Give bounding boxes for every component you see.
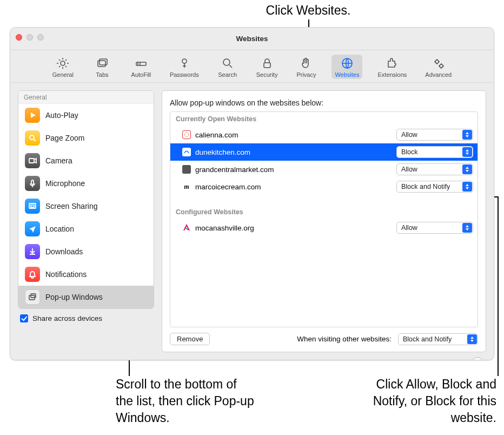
- callout-top: Click Websites.: [238, 2, 379, 19]
- share-across-devices-checkbox[interactable]: Share across devices: [20, 314, 154, 322]
- website-name: calienna.com: [195, 131, 392, 139]
- sidebar-item-autoplay[interactable]: Auto-Play: [18, 104, 154, 127]
- svg-point-10: [30, 135, 34, 140]
- favicon-icon: [182, 223, 191, 232]
- help-button[interactable]: ?: [472, 357, 483, 360]
- sidebar-item-camera[interactable]: Camera: [18, 149, 154, 172]
- popup-value: Allow: [401, 224, 417, 232]
- toolbar-autofill[interactable]: AutoFill: [128, 55, 155, 79]
- svg-rect-12: [31, 180, 34, 184]
- website-row[interactable]: calienna.com Allow: [170, 126, 478, 143]
- sidebar-section-label: General: [18, 91, 154, 104]
- svg-point-0: [61, 61, 65, 65]
- chevron-updown-icon: [462, 182, 472, 192]
- gears-icon: [432, 57, 445, 70]
- chevron-updown-icon: [462, 164, 472, 174]
- sidebar-item-location[interactable]: Location: [18, 217, 154, 240]
- remove-button[interactable]: Remove: [170, 333, 210, 345]
- window-title: Websites: [236, 35, 268, 43]
- titlebar: Websites: [10, 28, 494, 50]
- popup-value: Allow: [401, 131, 417, 139]
- website-row[interactable]: grandcentralmarket.com Allow: [170, 161, 478, 178]
- bottom-bar: Remove When visiting other websites: Blo…: [170, 333, 478, 345]
- sidebar-item-label: Location: [45, 225, 74, 233]
- toolbar-websites[interactable]: Websites: [331, 55, 362, 79]
- svg-rect-11: [29, 159, 34, 163]
- permission-popup[interactable]: Block: [396, 146, 473, 158]
- sidebar-item-label: Pop-up Windows: [45, 293, 103, 301]
- globe-icon: [341, 57, 354, 70]
- sidebar-list[interactable]: Auto-Play Page Zoom Camera Microphone: [18, 104, 154, 308]
- download-icon: [25, 244, 40, 259]
- toolbar-label: Passwords: [170, 71, 199, 78]
- chevron-updown-icon: [462, 130, 472, 140]
- website-row[interactable]: m marcoicecream.com Block and Notify: [170, 178, 478, 195]
- zoom-icon: [25, 130, 40, 146]
- toolbar-advanced[interactable]: Advanced: [422, 55, 455, 79]
- svg-point-17: [184, 133, 189, 137]
- sidebar-item-downloads[interactable]: Downloads: [18, 240, 154, 263]
- toolbar-label: Websites: [335, 71, 359, 78]
- website-name: marcoicecream.com: [195, 183, 392, 191]
- location-icon: [25, 221, 40, 236]
- website-row[interactable]: mocanashville.org Allow: [170, 219, 478, 236]
- camera-icon: [25, 153, 40, 168]
- website-row[interactable]: dunekitchen.com Block: [170, 143, 478, 161]
- chevron-updown-icon: [462, 223, 472, 233]
- hand-icon: [300, 57, 313, 70]
- toolbar-label: AutoFill: [131, 71, 151, 78]
- sidebar-item-label: Notifications: [45, 270, 87, 279]
- toolbar-label: Extensions: [377, 71, 407, 78]
- toolbar-tabs[interactable]: Tabs: [89, 55, 116, 79]
- permission-popup[interactable]: Block and Notify: [396, 181, 473, 193]
- zoom-button[interactable]: [37, 34, 44, 41]
- configured-websites-header: Configured Websites: [170, 205, 478, 219]
- toolbar-passwords[interactable]: Passwords: [167, 55, 202, 79]
- toolbar-security[interactable]: Security: [253, 55, 281, 79]
- sidebar-item-label: Microphone: [45, 179, 85, 188]
- open-websites-header: Currently Open Websites: [170, 112, 478, 126]
- favicon-icon: [182, 148, 191, 156]
- toolbar-general[interactable]: General: [49, 55, 77, 79]
- website-name: dunekitchen.com: [195, 148, 392, 156]
- toolbar-privacy[interactable]: Privacy: [293, 55, 320, 79]
- key-icon: [178, 57, 191, 70]
- other-websites-popup[interactable]: Block and Notify: [398, 333, 478, 345]
- permission-popup[interactable]: Allow: [396, 222, 473, 234]
- toolbar-search[interactable]: Search: [214, 55, 241, 79]
- svg-rect-6: [264, 63, 270, 68]
- sidebar-item-pagezoom[interactable]: Page Zoom: [18, 127, 154, 149]
- toolbar-extensions[interactable]: Extensions: [374, 55, 410, 79]
- sidebar-item-notifications[interactable]: Notifications: [18, 263, 154, 286]
- pencil-icon: [135, 57, 148, 70]
- website-name: mocanashville.org: [195, 224, 392, 232]
- popup-icon: [25, 289, 40, 305]
- svg-point-8: [435, 60, 439, 63]
- svg-rect-1: [98, 61, 105, 67]
- window-controls: [16, 34, 44, 41]
- toolbar-label: Privacy: [296, 71, 316, 78]
- gear-icon: [56, 57, 69, 70]
- permission-popup[interactable]: Allow: [396, 163, 473, 175]
- main-heading: Allow pop-up windows on the websites bel…: [170, 98, 478, 107]
- sidebar: General Auto-Play Page Zoom Camera: [18, 90, 154, 309]
- popup-value: Allow: [401, 166, 417, 173]
- minimize-button[interactable]: [26, 34, 33, 41]
- toolbar-label: Search: [218, 71, 237, 78]
- toolbar-label: Tabs: [96, 71, 108, 78]
- search-icon: [221, 57, 234, 70]
- website-table: Currently Open Websites calienna.com All…: [170, 111, 478, 327]
- callout-bottom-right: Click Allow, Block and Notify, or Block …: [361, 376, 496, 426]
- favicon-icon: m: [182, 182, 191, 191]
- close-button[interactable]: [16, 34, 22, 41]
- preferences-toolbar: General Tabs AutoFill Passwords Search S…: [10, 50, 494, 83]
- puzzle-icon: [386, 57, 399, 70]
- main-panel: Allow pop-up windows on the websites bel…: [162, 90, 486, 352]
- sidebar-item-microphone[interactable]: Microphone: [18, 172, 154, 195]
- microphone-icon: [25, 176, 40, 191]
- sidebar-item-label: Downloads: [45, 247, 83, 256]
- permission-popup[interactable]: Allow: [396, 129, 473, 141]
- sidebar-item-screensharing[interactable]: Screen Sharing: [18, 195, 154, 217]
- sidebar-item-label: Page Zoom: [45, 134, 84, 142]
- sidebar-item-popup-windows[interactable]: Pop-up Windows: [18, 286, 154, 308]
